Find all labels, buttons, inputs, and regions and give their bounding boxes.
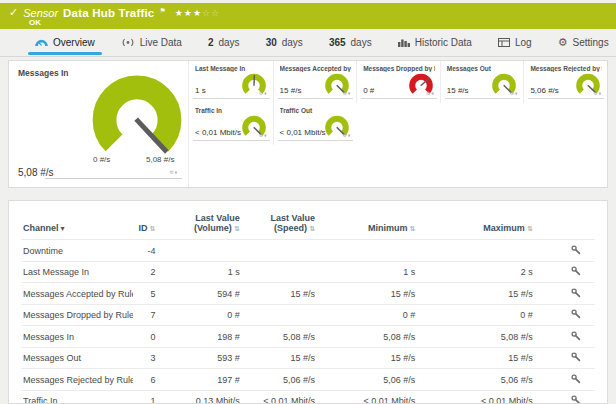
tab-label: Historic Data <box>415 37 472 48</box>
sensor-banner: ✓ Sensor Data Hub Traffic ⚑ ★★★☆☆ OK <box>0 3 616 29</box>
small-gauge-grid: Last Message In 1 s ⚙⬧ Messages Accepted… <box>189 61 607 187</box>
gauge-title: Messages Rejected by Rules <box>530 65 602 72</box>
star-filled-icon[interactable]: ★ <box>184 8 193 18</box>
gear-icon: ⚙ <box>558 38 568 47</box>
gauge-scale-min: 0 #/s <box>93 155 110 164</box>
edit-channel-button[interactable] <box>535 304 595 326</box>
channel-row: Last Message In 2 1 s 1 s 2 s <box>21 261 595 283</box>
channel-name[interactable]: Messages Rejected by Rules <box>21 369 133 391</box>
gauge-tile-messages-dropped-by-rules[interactable]: Messages Dropped by Rules 0 # ⚙⬧ <box>356 61 440 103</box>
wrench-icon <box>571 288 581 298</box>
channel-maximum: 5,06 #/s <box>417 369 534 391</box>
column-header-id[interactable]: ID⇅ <box>133 209 157 240</box>
divider <box>278 140 354 141</box>
channels-table: Channel▾ ID⇅ Last Value (Volume)⇅ Last V… <box>21 209 595 404</box>
edit-channel-button[interactable] <box>535 369 595 391</box>
gauge-value: 1 s <box>195 86 206 95</box>
gauge-scale-max: 5,08 #/s <box>146 155 174 164</box>
wrench-icon <box>571 245 581 255</box>
star-empty-icon[interactable]: ☆ <box>202 8 211 18</box>
edit-channel-button[interactable] <box>535 347 595 369</box>
channel-last-value-speed <box>242 304 317 326</box>
channel-row: Messages Rejected by Rules 6 197 # 5,06 … <box>21 369 595 391</box>
gauge-title: Messages Accepted by Rules <box>280 65 352 72</box>
gauge-value: 5,08 #/s <box>18 167 54 178</box>
pin-icon: ⬧ <box>264 132 267 138</box>
channel-last-value-speed <box>242 261 317 283</box>
gauge-tile-messages-out[interactable]: Messages Out 15 #/s ⚙⬧ <box>440 61 524 103</box>
star-filled-icon[interactable]: ★ <box>175 8 184 18</box>
channel-id: 2 <box>133 261 157 283</box>
channel-id: 0 <box>133 326 157 348</box>
column-header-minimum[interactable]: Minimum⇅ <box>317 209 417 240</box>
edit-channel-button[interactable] <box>535 283 595 305</box>
channel-name[interactable]: Messages In <box>21 326 133 348</box>
tab-label: Overview <box>53 37 95 48</box>
gauges-panel: Messages In 0 #/s 5,08 #/s 5,08 #/s ⚙⬧ L… <box>8 60 608 188</box>
gauge-tile-traffic-out[interactable]: Traffic Out < 0,01 Mbit/s ⚙⬧ <box>273 103 357 145</box>
edit-channel-button[interactable] <box>535 261 595 283</box>
channel-id: 3 <box>133 347 157 369</box>
tab-30-days[interactable]: 30 days <box>253 29 316 56</box>
ok-check-icon: ✓ <box>9 6 18 19</box>
tab-historic-data[interactable]: Historic Data <box>385 29 485 56</box>
sort-icon: ⇅ <box>527 225 533 232</box>
gauge-tile-traffic-in[interactable]: Traffic In < 0,01 Mbit/s ⚙⬧ <box>189 103 273 145</box>
priority-flag-icon: ⚑ <box>159 7 165 15</box>
channel-name[interactable]: Downtime <box>21 240 133 262</box>
divider <box>278 98 354 99</box>
column-header-edit <box>535 209 595 240</box>
gauge-tile-messages-in[interactable]: Messages In 0 #/s 5,08 #/s 5,08 #/s ⚙⬧ <box>9 61 189 187</box>
channel-id: 7 <box>133 304 157 326</box>
star-filled-icon[interactable]: ★ <box>193 8 202 18</box>
tab-overview[interactable]: Overview <box>22 29 108 56</box>
channel-row: Messages Dropped by Rules 7 0 # 0 # 0 # <box>21 304 595 326</box>
channel-id: 6 <box>133 369 157 391</box>
wrench-icon <box>571 309 581 319</box>
channel-last-value-volume: 198 # <box>157 326 241 348</box>
sort-icon: ⇅ <box>234 225 240 232</box>
edit-channel-button[interactable] <box>535 326 595 348</box>
gauge-tile-last-message-in[interactable]: Last Message In 1 s ⚙⬧ <box>189 61 273 103</box>
divider <box>193 140 270 141</box>
column-header-last-value-volume[interactable]: Last Value (Volume)⇅ <box>157 209 241 240</box>
channel-name[interactable]: Messages Out <box>21 347 133 369</box>
gauge-title: Traffic In <box>195 107 268 114</box>
channel-name[interactable]: Messages Dropped by Rules <box>21 304 133 326</box>
pin-icon: ⬧ <box>264 90 267 96</box>
channel-last-value-speed: 5,06 #/s <box>242 369 317 391</box>
gauge-value: 5,06 #/s <box>530 86 558 95</box>
tab-label: days <box>351 37 372 48</box>
divider <box>193 98 270 99</box>
gauge-tile-messages-accepted-by-rules[interactable]: Messages Accepted by Rules 15 #/s ⚙⬧ <box>273 61 357 103</box>
column-header-maximum[interactable]: Maximum⇅ <box>417 209 534 240</box>
channel-minimum: 15 #/s <box>317 347 417 369</box>
channel-id: 5 <box>133 283 157 305</box>
star-empty-icon[interactable]: ☆ <box>211 8 220 18</box>
priority-stars[interactable]: ★★★☆☆ <box>175 8 220 18</box>
edit-channel-button[interactable] <box>535 240 595 262</box>
edit-channel-button[interactable] <box>535 390 595 404</box>
channel-maximum: 15 #/s <box>417 347 534 369</box>
tab-number: 2 <box>208 37 214 48</box>
channel-last-value-speed: < 0,01 Mbit/s <box>242 390 317 404</box>
tab-2-days[interactable]: 2 days <box>195 29 253 56</box>
tab-365-days[interactable]: 365 days <box>316 29 385 56</box>
tab-log[interactable]: Log <box>485 29 545 56</box>
column-header-last-value-speed[interactable]: Last Value (Speed)⇅ <box>242 209 317 240</box>
column-header-channel[interactable]: Channel▾ <box>21 209 133 240</box>
tab-label: Live Data <box>140 37 182 48</box>
tab-number: 30 <box>266 37 277 48</box>
tab-settings[interactable]: ⚙ Settings <box>545 29 616 56</box>
channel-name[interactable]: Traffic In <box>21 390 133 404</box>
channels-table-panel: Channel▾ ID⇅ Last Value (Volume)⇅ Last V… <box>8 200 608 404</box>
tab-bar: Overview Live Data 2 days 30 days 365 da… <box>0 29 616 57</box>
channel-last-value-speed <box>242 240 317 262</box>
channel-name[interactable]: Last Message In <box>21 261 133 283</box>
channel-minimum <box>317 240 417 262</box>
gauge-value: < 0,01 Mbit/s <box>195 128 241 137</box>
tab-live-data[interactable]: Live Data <box>108 29 195 56</box>
channel-name[interactable]: Messages Accepted by Rules <box>21 283 133 305</box>
gauge-tile-messages-rejected-by-rules[interactable]: Messages Rejected by Rules 5,06 #/s ⚙⬧ <box>523 61 607 103</box>
gauge-title: Last Message In <box>195 65 268 72</box>
